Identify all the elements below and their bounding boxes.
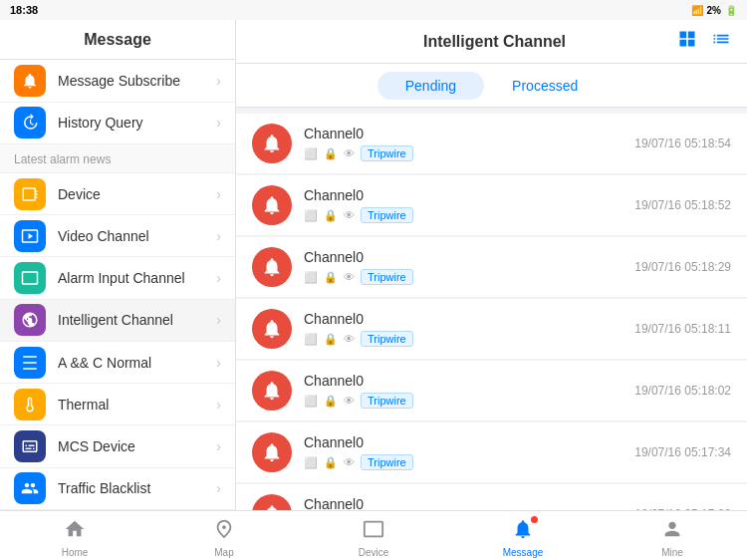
lock-icon: 🔒 xyxy=(324,209,338,222)
screen-icon: ⬜ xyxy=(304,209,318,222)
device-tab-icon xyxy=(363,518,384,545)
screen-icon: ⬜ xyxy=(304,333,318,346)
channel-info: Channel0 ⬜ 🔒 👁 Tripwire xyxy=(304,126,622,161)
tab-processed[interactable]: Processed xyxy=(484,72,606,100)
channel-name: Channel0 xyxy=(304,187,622,203)
main-container: Message Message Subscribe › History Quer… xyxy=(0,20,747,510)
channel-info: Channel0 ⬜ 🔒 👁 Tripwire xyxy=(304,373,622,409)
grid-view-button[interactable] xyxy=(677,29,697,54)
home-icon xyxy=(64,518,86,545)
eye-icon: 👁 xyxy=(344,395,355,407)
channel-info: Channel0 ⬜ 🔒 👁 Tripwire xyxy=(304,249,622,285)
intelligent-channel-icon xyxy=(14,304,46,336)
sidebar-item-label: MCS Device xyxy=(58,438,216,454)
channel-list-item[interactable]: Channel0 ⬜ 🔒 👁 Tripwire 19/07/16 05:17:3… xyxy=(236,422,747,483)
chevron-icon: › xyxy=(216,115,221,131)
message-tab-icon xyxy=(512,518,534,545)
sidebar-item-thermal[interactable]: Thermal › xyxy=(0,384,235,425)
sidebar-item-traffic-blacklist[interactable]: Traffic Blacklist › xyxy=(0,468,235,510)
channel-list: Channel0 ⬜ 🔒 👁 Tripwire 19/07/16 05:18:5… xyxy=(236,108,747,510)
right-header-icons xyxy=(677,29,731,54)
sidebar-item-label: Traffic Blacklist xyxy=(58,480,216,496)
channel-info: Channel0 ⬜ 🔒 👁 Tripwire xyxy=(304,187,622,223)
screen-icon: ⬜ xyxy=(304,271,318,284)
history-query-icon xyxy=(14,107,46,139)
bottom-tab-home[interactable]: Home xyxy=(0,514,149,558)
status-icons: 📶 2% 🔋 xyxy=(691,5,737,16)
home-label: Home xyxy=(62,547,89,558)
ac-normal-icon xyxy=(14,347,46,379)
screen-icon: ⬜ xyxy=(304,456,318,469)
battery-icon: 🔋 xyxy=(725,5,737,16)
chevron-icon: › xyxy=(216,312,221,328)
channel-info: Channel0 ⬜ 🔒 👁 Tripwire xyxy=(304,311,622,347)
channel-list-item[interactable]: Channel0 ⬜ 🔒 👁 Tripwire 19/07/16 05:18:5… xyxy=(236,114,747,174)
sidebar-item-video-channel[interactable]: Video Channel › xyxy=(0,215,235,257)
status-time: 18:38 xyxy=(10,4,38,16)
channel-info: Channel0 ⬜ 🔒 👁 Tripwire xyxy=(304,434,622,470)
sidebar-item-label: Thermal xyxy=(58,397,216,413)
channel-tag: Tripwire xyxy=(361,454,413,470)
sidebar-section-label: Latest alarm news xyxy=(0,144,235,173)
chevron-icon: › xyxy=(216,397,221,413)
status-bar: 18:38 📶 2% 🔋 xyxy=(0,0,747,20)
channel-avatar xyxy=(252,124,292,163)
sidebar-item-intelligent-channel[interactable]: Intelligent Channel › xyxy=(0,300,235,342)
channel-avatar xyxy=(252,494,292,510)
device-icon xyxy=(14,178,46,210)
channel-list-item[interactable]: Channel0 ⬜ 🔒 👁 Tripwire 19/07/16 05:18:2… xyxy=(236,237,747,298)
sidebar-item-message-subscribe[interactable]: Message Subscribe › xyxy=(0,60,235,102)
sidebar-item-label: Device xyxy=(58,186,216,202)
mine-icon xyxy=(661,518,683,545)
lock-icon: 🔒 xyxy=(324,456,338,469)
mine-label: Mine xyxy=(661,547,683,558)
channel-list-item[interactable]: Channel0 ⬜ 🔒 👁 Tripwire 19/07/16 05:18:0… xyxy=(236,361,747,421)
channel-meta: ⬜ 🔒 👁 Tripwire xyxy=(304,145,622,161)
sidebar-item-ac-normal[interactable]: A && C Normal › xyxy=(0,342,235,384)
channel-list-item[interactable]: Channel0 ⬜ 🔒 👁 Tripwire 19/07/16 05:17:0… xyxy=(236,484,747,510)
screen-icon: ⬜ xyxy=(304,147,318,160)
channel-time: 19/07/16 05:18:29 xyxy=(634,260,731,274)
channel-name: Channel0 xyxy=(304,249,622,265)
right-panel: Intelligent Channel Pending Processed Ch… xyxy=(236,20,747,510)
chevron-icon: › xyxy=(216,480,221,496)
lock-icon: 🔒 xyxy=(324,395,338,408)
eye-icon: 👁 xyxy=(344,333,355,345)
mcs-device-icon xyxy=(14,430,46,462)
bottom-tab-mine[interactable]: Mine xyxy=(598,514,747,558)
channel-tag: Tripwire xyxy=(361,393,413,409)
bottom-tab-message[interactable]: Message xyxy=(448,514,598,558)
tab-pending[interactable]: Pending xyxy=(377,72,484,100)
channel-info: Channel0 ⬜ 🔒 👁 Tripwire xyxy=(304,496,622,510)
eye-icon: 👁 xyxy=(344,271,355,283)
channel-meta: ⬜ 🔒 👁 Tripwire xyxy=(304,269,622,285)
eye-icon: 👁 xyxy=(344,209,355,221)
list-view-button[interactable] xyxy=(711,29,731,54)
sidebar-item-device[interactable]: Device › xyxy=(0,173,235,215)
lock-icon: 🔒 xyxy=(324,333,338,346)
chevron-icon: › xyxy=(216,228,221,244)
channel-avatar xyxy=(252,185,292,225)
channel-list-item[interactable]: Channel0 ⬜ 🔒 👁 Tripwire 19/07/16 05:18:5… xyxy=(236,175,747,236)
eye-icon: 👁 xyxy=(344,456,355,468)
message-subscribe-icon xyxy=(14,65,46,97)
channel-list-item[interactable]: Channel0 ⬜ 🔒 👁 Tripwire 19/07/16 05:18:1… xyxy=(236,299,747,360)
channel-time: 19/07/16 05:17:34 xyxy=(634,445,731,459)
bottom-tab-map[interactable]: Map xyxy=(149,514,299,558)
right-header: Intelligent Channel xyxy=(236,20,747,64)
sidebar-item-history-query[interactable]: History Query › xyxy=(0,103,235,144)
channel-name: Channel0 xyxy=(304,373,622,389)
sidebar-header: Message xyxy=(0,20,235,60)
channel-avatar xyxy=(252,309,292,349)
channel-avatar xyxy=(252,432,292,472)
tabs-bar: Pending Processed xyxy=(236,64,747,108)
video-channel-icon xyxy=(14,220,46,252)
bottom-tab-device[interactable]: Device xyxy=(299,514,448,558)
sidebar-item-alarm-input-channel[interactable]: Alarm Input Channel › xyxy=(0,257,235,299)
map-icon xyxy=(213,518,235,545)
channel-time: 19/07/16 05:18:02 xyxy=(634,384,731,398)
sidebar-item-mcs-device[interactable]: MCS Device › xyxy=(0,425,235,467)
channel-tag: Tripwire xyxy=(361,269,413,285)
sidebar-title: Message xyxy=(84,31,151,49)
channel-name: Channel0 xyxy=(304,434,622,450)
